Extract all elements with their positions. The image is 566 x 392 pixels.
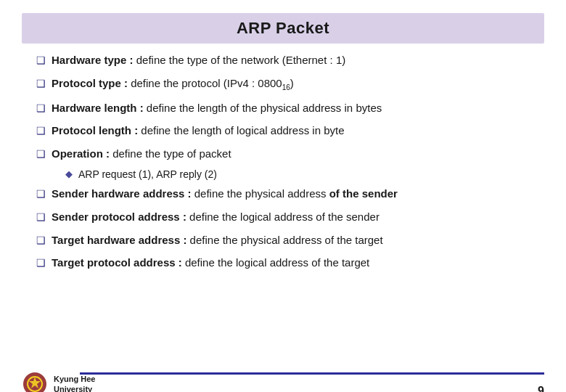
bullet-text-6: Sender hardware address : define the phy… xyxy=(52,186,398,201)
bullet-bold-6: Sender hardware address : xyxy=(52,187,192,200)
sub-bullet-text: ARP request (1), ARP reply (2) xyxy=(78,168,217,180)
subscript-16: 16 xyxy=(282,83,290,91)
bullet-hardware-length: ❑ Hardware length : define the length of… xyxy=(36,100,530,116)
bullet-icon-4: ❑ xyxy=(36,124,46,139)
slide: ARP Packet ❑ Hardware type : define the … xyxy=(0,13,566,392)
bullet-target-proto: ❑ Target protocol address : define the l… xyxy=(36,255,530,271)
slide-title: ARP Packet xyxy=(237,19,329,37)
bullet-bold-3: Hardware length : xyxy=(52,102,144,114)
bullet-bold-2: Protocol type : xyxy=(52,77,128,89)
bullet-bold-5: Operation : xyxy=(52,147,110,160)
bullet-icon-1: ❑ xyxy=(36,54,46,68)
bullet-protocol-type: ❑ Protocol type : define the protocol (I… xyxy=(36,75,530,93)
bullet-text-1: Hardware type : define the type of the n… xyxy=(52,52,345,68)
footer: Kyung Hee University 9 xyxy=(0,363,566,392)
bullet-protocol-length: ❑ Protocol length : define the length of… xyxy=(36,123,530,139)
bullet-icon-9: ❑ xyxy=(36,256,46,271)
bullet-text-5: Operation : define the type of packet xyxy=(52,146,231,161)
bullet-bold-4: Protocol length : xyxy=(52,124,138,136)
bullet-bold-6b: of the sender xyxy=(329,187,398,200)
footer-line xyxy=(80,372,544,375)
bullet-text-2: Protocol type : define the protocol (IPv… xyxy=(52,75,294,93)
bullet-text-8: Target hardware address : define the phy… xyxy=(52,232,383,248)
university-logo xyxy=(22,371,48,392)
university-name: Kyung Hee University xyxy=(54,374,95,392)
sub-bullet-icon: ◆ xyxy=(65,168,73,179)
bullet-icon-2: ❑ xyxy=(36,77,46,91)
content-area: ❑ Hardware type : define the type of the… xyxy=(0,44,566,271)
bullet-bold-1: Hardware type : xyxy=(52,54,134,66)
bullet-operation: ❑ Operation : define the type of packet xyxy=(36,146,530,162)
bullet-icon-8: ❑ xyxy=(36,234,46,248)
bullet-sender-proto: ❑ Sender protocol address : define the l… xyxy=(36,209,530,225)
sub-bullet-arp: ◆ ARP request (1), ARP reply (2) xyxy=(65,168,530,180)
bullet-hardware-type: ❑ Hardware type : define the type of the… xyxy=(36,52,530,68)
bullet-text-4: Protocol length : define the length of l… xyxy=(52,123,345,138)
page-number: 9 xyxy=(538,385,544,392)
bullet-icon-7: ❑ xyxy=(36,211,46,225)
bullet-icon-6: ❑ xyxy=(36,187,46,202)
bullet-icon-3: ❑ xyxy=(36,102,46,116)
bullet-icon-5: ❑ xyxy=(36,147,46,162)
bullet-text-9: Target protocol address : define the log… xyxy=(52,255,369,270)
bullet-bold-9: Target protocol address : xyxy=(52,256,182,269)
bullet-sender-hw: ❑ Sender hardware address : define the p… xyxy=(36,186,530,202)
bullet-target-hw: ❑ Target hardware address : define the p… xyxy=(36,232,530,248)
bullet-text-3: Hardware length : define the length of t… xyxy=(52,100,382,115)
title-bar: ARP Packet xyxy=(22,13,544,44)
bullet-text-7: Sender protocol address : define the log… xyxy=(52,209,380,224)
bullet-bold-8: Target hardware address : xyxy=(52,234,186,246)
bullet-bold-7: Sender protocol address : xyxy=(52,211,186,223)
